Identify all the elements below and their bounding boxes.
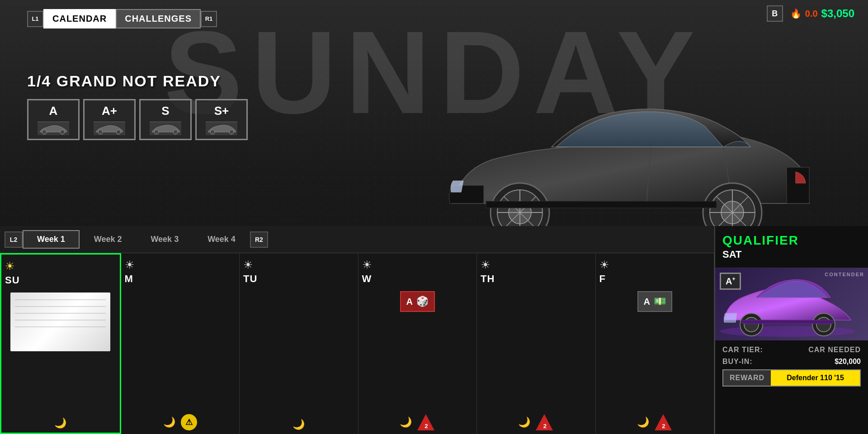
svg-rect-31 [742,320,833,324]
qualifier-class-badge: A+ [720,273,741,290]
car-class-s-plus[interactable]: S+ [195,99,248,140]
car-display [371,36,868,253]
svg-point-21 [116,130,121,134]
day-col-m[interactable]: ☀ M 🌙 ⚠ [121,253,240,434]
flame-icon: 🔥 [790,8,802,19]
f-event-class: A [644,297,650,307]
triangle-num-f: 2 [662,423,665,429]
day-col-su[interactable]: ☀ SU 🌙 [0,253,121,434]
week-l2-button[interactable]: L2 [5,231,23,248]
day-night-m: 🌙 ⚠ [121,410,240,434]
qualifier-car-image: CONTENDER A+ [715,268,868,340]
warning-badge-m: ⚠ [181,414,197,430]
car-tier-label: CAR TIER: [722,346,763,354]
svg-point-22 [154,130,159,134]
svg-point-18 [42,130,47,134]
top-right-hud: B 🔥 0.0 $3,050 [767,5,854,22]
svg-point-24 [210,130,215,134]
day-content-th [477,288,595,410]
money-icon-f: 💵 [654,296,666,307]
class-s-plus-car-icon [206,122,237,135]
day-label-su: SU [5,274,20,286]
week-tab-4[interactable]: Week 4 [193,230,250,249]
reward-label: REWARD [723,370,771,386]
day-col-tu[interactable]: ☀ TU 🌙 [240,253,359,434]
car-needed-label: CAR NEEDED [808,346,861,354]
day-header-th: ☀ TH [477,253,595,288]
day-label-m: M [125,273,133,285]
rep-value: 0.0 [805,9,818,19]
class-s-label: S [161,104,169,118]
w-dice-event[interactable]: A 🎲 [400,291,435,312]
day-night-tu: 🌙 [240,415,358,434]
car-class-a[interactable]: A [27,99,80,140]
nav-r1-button[interactable]: R1 [201,11,217,27]
week-tabs: L2 Week 1 Week 2 Week 3 Week 4 R2 [0,226,714,253]
qualifier-class-label: A [726,276,732,286]
qualifier-class-sup: + [732,276,735,282]
svg-point-19 [60,130,65,134]
svg-point-25 [229,130,234,134]
race-title: 1/4 GRAND NOT READY [27,72,248,90]
day-header-f: ☀ F [596,253,714,288]
dice-icon-w: 🎲 [416,296,429,307]
reward-value: Defender 110 '15 [771,370,860,386]
class-a-car-icon [38,122,69,135]
moon-icon-w: 🌙 [400,416,412,428]
class-s-plus-label: S+ [214,104,229,118]
day-col-f[interactable]: ☀ F A 💵 🌙 2 [596,253,715,434]
week-tab-3[interactable]: Week 3 [136,230,193,249]
day-header-tu: ☀ TU [240,253,358,288]
sun-icon-m: ☀ [125,259,135,271]
qualifier-header: QUALIFIER SAT [715,226,868,268]
moon-icon-th: 🌙 [518,416,530,428]
day-label-th: TH [481,273,495,285]
day-content-tu [240,288,358,415]
qualifier-info: CAR TIER: CAR NEEDED BUY-IN: $20,000 REW… [715,340,868,434]
triangle-num-th: 2 [543,423,547,429]
buy-in-row: BUY-IN: $20,000 [722,358,861,366]
sun-icon-f: ☀ [599,259,609,271]
race-info: 1/4 GRAND NOT READY A A+ [27,72,248,140]
w-event-class: A [406,297,413,307]
class-a-label: A [49,104,58,118]
tab-challenges[interactable]: CHALLENGES [116,9,201,28]
su-paper [10,292,110,351]
day-label-f: F [599,273,606,285]
sun-icon-tu: ☀ [243,259,253,271]
car-class-a-plus[interactable]: A+ [83,99,136,140]
tab-calendar[interactable]: CALENDAR [43,9,116,28]
f-money-event[interactable]: A 💵 [637,291,672,312]
car-tier-row: CAR TIER: CAR NEEDED [722,346,861,354]
day-content-su [1,289,120,414]
day-night-w: 🌙 2 [359,410,477,434]
calendar-grid: ☀ SU 🌙 ☀ M [0,253,714,434]
day-col-w[interactable]: ☀ W A 🎲 🌙 2 [359,253,477,434]
class-a-plus-car-icon [94,122,125,135]
qualifier-title: QUALIFIER [722,233,861,248]
sun-icon-w: ☀ [362,259,372,271]
rank-badge: B [767,5,783,22]
car-class-s[interactable]: S [139,99,192,140]
triangle-badge-th: 2 [536,414,554,430]
day-header-m: ☀ M [121,253,240,288]
class-a-plus-label: A+ [102,104,117,118]
day-header-w: ☀ W [359,253,477,288]
svg-point-23 [173,130,178,134]
sun-icon-th: ☀ [481,259,491,271]
moon-icon-su: 🌙 [54,417,66,429]
day-content-w: A 🎲 [359,288,477,410]
day-night-th: 🌙 2 [477,410,595,434]
svg-rect-17 [486,201,717,208]
moon-icon-f: 🌙 [637,416,649,428]
day-night-f: 🌙 2 [596,410,714,434]
triangle-num-w: 2 [425,423,428,429]
week-r2-button[interactable]: R2 [250,231,268,248]
buy-in-value: $20,000 [835,358,861,366]
week-tab-1[interactable]: Week 1 [23,230,80,249]
day-col-th[interactable]: ☀ TH 🌙 2 [477,253,596,434]
moon-icon-tu: 🌙 [292,419,305,430]
nav-l1-button[interactable]: L1 [27,11,43,27]
moon-icon-m: 🌙 [163,416,175,428]
week-tab-2[interactable]: Week 2 [80,230,137,249]
